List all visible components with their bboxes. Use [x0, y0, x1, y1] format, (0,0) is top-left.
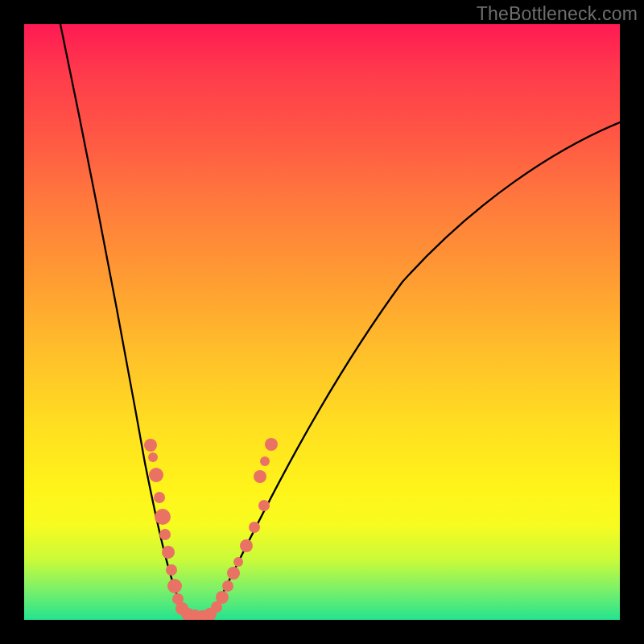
chart-dot	[260, 456, 270, 466]
chart-dot	[154, 492, 165, 503]
chart-dot	[159, 529, 171, 540]
chart-dot	[233, 557, 243, 567]
chart-dot	[265, 438, 278, 451]
chart-dot	[240, 539, 253, 552]
chart-dot	[222, 580, 233, 592]
right-branch-curve	[213, 122, 620, 613]
chart-dot	[167, 579, 182, 593]
chart-stage: TheBottleneck.com	[0, 0, 644, 644]
dot-layer	[144, 438, 278, 620]
curve-layer	[24, 24, 620, 620]
watermark-text: TheBottleneck.com	[477, 3, 638, 25]
chart-dot	[149, 468, 163, 482]
chart-dot	[249, 522, 260, 533]
chart-dot	[162, 546, 175, 559]
chart-dot	[254, 470, 266, 483]
chart-dot	[148, 452, 158, 462]
plot-area	[24, 24, 620, 620]
chart-dot	[258, 500, 270, 511]
chart-dot	[155, 509, 171, 525]
chart-dot	[227, 567, 240, 580]
chart-dot	[144, 439, 157, 452]
chart-dot	[216, 591, 229, 604]
chart-dot	[166, 564, 177, 576]
